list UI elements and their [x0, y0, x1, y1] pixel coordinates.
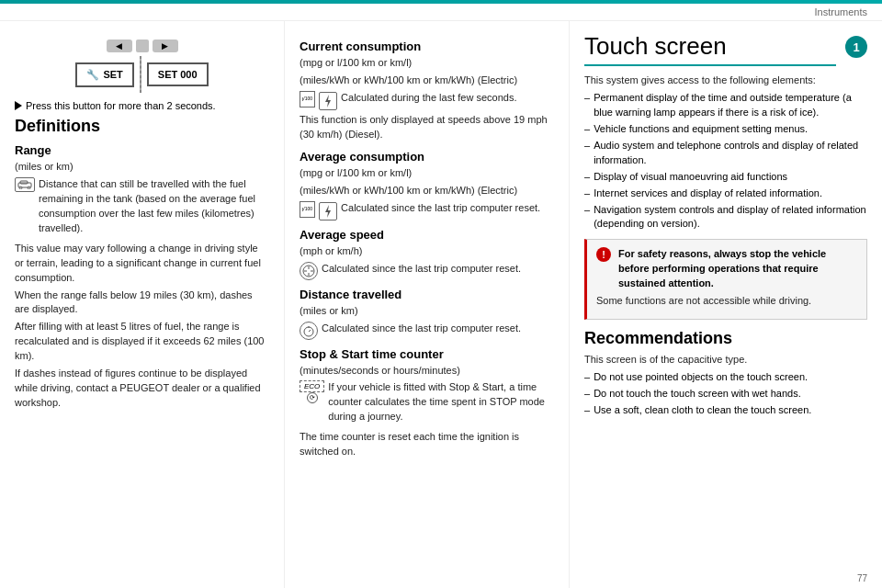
divider-line	[140, 56, 141, 93]
average-speed-units: (mph or km/h)	[300, 244, 554, 259]
range-title: Range	[15, 143, 269, 157]
car-icon	[15, 177, 35, 192]
gauge-display: 🔧 SET SET 000	[75, 56, 208, 93]
range-desc5: If dashes instead of figures continue to…	[15, 367, 269, 411]
average-consumption-title: Average consumption	[300, 150, 554, 164]
page-header: Instruments	[0, 4, 882, 21]
press-button-text: Press this button for more than 2 second…	[15, 100, 269, 111]
warning-text: For safety reasons, always stop the vehi…	[618, 247, 857, 291]
middle-column: Current consumption (mpg or l/100 km or …	[285, 21, 570, 588]
page-number: 1	[845, 36, 867, 58]
dash-icon-6: –	[584, 203, 590, 232]
footer-page-number: 77	[857, 573, 867, 583]
warning-header: ! For safety reasons, always stop the ve…	[596, 247, 857, 291]
rec-item-2: – Do not touch the touch screen with wet…	[584, 387, 867, 401]
panel-left: ◀ ▶ 🔧 SET SET 000	[75, 40, 208, 93]
dash-icon-1: –	[584, 91, 590, 120]
right-column: Touch screen 1 This system gives access …	[570, 21, 882, 588]
average-speed-desc: Calculated since the last trip computer …	[322, 262, 521, 277]
warning-icon: !	[596, 247, 611, 262]
bullet-visual: – Display of visual manoeuvring aid func…	[584, 170, 867, 185]
dash-icon-3: –	[584, 139, 590, 168]
instrument-panel-illustration: ◀ ▶ 🔧 SET SET 000	[15, 40, 269, 93]
svg-line-13	[309, 330, 311, 332]
range-desc2: This value may vary following a change i…	[15, 242, 269, 286]
range-icon-row: Distance that can still be travelled wit…	[15, 177, 269, 239]
compass-icon	[300, 262, 318, 280]
current-consumption-icons: l/100 Calculated during the last few sec…	[300, 91, 554, 110]
stop-start-desc1: If your vehicle is fitted with Stop & St…	[328, 380, 554, 424]
bullet-vehicle: – Vehicle functions and equipment settin…	[584, 122, 867, 137]
triangle-icon	[15, 101, 22, 110]
dash-icon-r2: –	[584, 387, 590, 401]
touch-screen-intro: This system gives access to the followin…	[584, 74, 867, 88]
range-desc3: When the range falls below 19 miles (30 …	[15, 288, 269, 318]
distance-icon-row: Calculated since the last trip computer …	[300, 322, 554, 340]
dash-icon-4: –	[584, 170, 590, 185]
svg-marker-4	[325, 95, 331, 107]
rec-item-1: – Do not use pointed objects on the touc…	[584, 370, 867, 385]
warning-note: Some functions are not accessible while …	[596, 294, 857, 309]
average-consumption-desc: Calculated since the last trip computer …	[341, 201, 540, 216]
eco-box: ECO	[300, 380, 324, 392]
range-unit: (miles or km)	[15, 160, 269, 175]
average-speed-title: Average speed	[300, 228, 554, 242]
current-consumption-title: Current consumption	[300, 40, 554, 53]
set-box-left: 🔧 SET	[75, 62, 133, 87]
touch-screen-header: Touch screen 1	[584, 32, 867, 74]
bullet-internet: – Internet services and display of relat…	[584, 187, 867, 201]
wrench-icon: 🔧	[86, 69, 99, 81]
rec-item-3: – Use a soft, clean cloth to clean the t…	[584, 403, 867, 418]
stop-start-units: (minutes/seconds or hours/minutes)	[300, 364, 554, 379]
average-consumption-icons: l/100 Calculated since the last trip com…	[300, 201, 554, 220]
svg-marker-5	[325, 205, 331, 218]
recommendations-title: Recommendations	[584, 329, 867, 348]
section-title: Instruments	[815, 6, 867, 17]
current-consumption-desc: Calculated during the last few seconds.	[341, 91, 516, 106]
dash-icon-5: –	[584, 187, 590, 201]
eco-circle: ⟳	[307, 392, 318, 403]
lightning-icon2	[319, 202, 337, 220]
dash-icon-r3: –	[584, 403, 590, 418]
bullet-audio: – Audio system and telephone controls an…	[584, 139, 867, 168]
arrow-center-btn[interactable]	[136, 40, 149, 52]
set-box-right: SET 000	[147, 62, 209, 86]
definitions-title: Definitions	[15, 117, 269, 136]
rec-intro: This screen is of the capacitive type.	[584, 353, 867, 368]
average-consumption-units: (mpg or l/100 km or km/l)	[300, 166, 554, 181]
current-consumption-electric: (miles/kWh or kWh/100 km or km/kWh) (Ele…	[300, 74, 554, 88]
dash-icon-2: –	[584, 122, 590, 137]
stop-start-icon-row: ECO ⟳ If your vehicle is fitted with Sto…	[300, 380, 554, 427]
lightning-icon	[319, 92, 337, 110]
warning-box: ! For safety reasons, always stop the ve…	[584, 239, 867, 320]
range-desc1: Distance that can still be travelled wit…	[39, 177, 269, 236]
stop-start-title: Stop & Start time counter	[300, 347, 554, 361]
l100-icon: l/100	[300, 91, 315, 107]
arrow-left-btn[interactable]: ◀	[107, 40, 132, 52]
dash-icon-r1: –	[584, 370, 590, 385]
distance-travelled-units: (miles or km)	[300, 304, 554, 319]
distance-travelled-title: Distance travelled	[300, 288, 554, 301]
average-speed-icon-row: Calculated since the last trip computer …	[300, 262, 554, 280]
range-desc4: After filling with at least 5 litres of …	[15, 320, 269, 364]
bullet-navigation: – Navigation system controls and display…	[584, 203, 867, 232]
average-consumption-electric: (miles/kWh or kWh/100 km or km/kWh) (Ele…	[300, 184, 554, 198]
distance-travelled-desc: Calculated since the last trip computer …	[322, 322, 521, 336]
bullet-permanent: – Permanent display of the time and outs…	[584, 91, 867, 120]
touch-screen-title: Touch screen	[584, 32, 836, 66]
main-content: ◀ ▶ 🔧 SET SET 000	[0, 21, 882, 588]
l100-icon2: l/100	[300, 201, 315, 218]
eco-icon-wrapper: ECO ⟳	[300, 380, 324, 403]
left-column: ◀ ▶ 🔧 SET SET 000	[0, 21, 285, 588]
stop-start-desc2: The time counter is reset each time the …	[300, 430, 554, 459]
current-consumption-units: (mpg or l/100 km or km/l)	[300, 56, 554, 71]
arrow-right-btn[interactable]: ▶	[153, 40, 178, 52]
stopwatch-icon	[300, 322, 318, 340]
current-consumption-note: This function is only displayed at speed…	[300, 113, 554, 142]
